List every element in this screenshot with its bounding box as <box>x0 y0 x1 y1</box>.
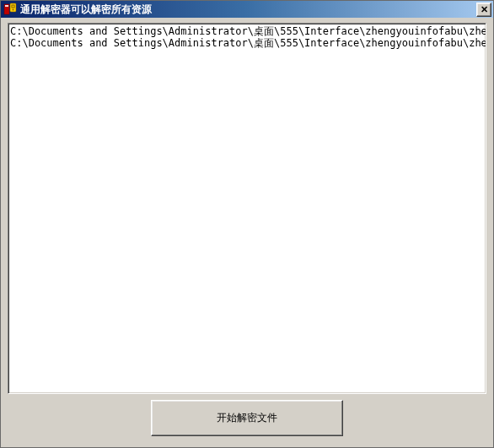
close-icon: ✕ <box>481 5 488 14</box>
start-decrypt-button[interactable]: 开始解密文件 <box>151 400 343 436</box>
app-window: 通用解密器可以解密所有资源 ✕ C:\Documents and Setting… <box>0 0 494 448</box>
svg-point-4 <box>13 9 14 11</box>
window-title: 通用解密器可以解密所有资源 <box>20 3 476 17</box>
titlebar[interactable]: 通用解密器可以解密所有资源 ✕ <box>1 1 493 18</box>
start-decrypt-label: 开始解密文件 <box>217 411 277 425</box>
list-item[interactable]: C:\Documents and Settings\Administrator\… <box>10 25 484 37</box>
svg-rect-1 <box>5 5 8 7</box>
close-button[interactable]: ✕ <box>476 3 491 17</box>
file-list[interactable]: C:\Documents and Settings\Administrator\… <box>8 23 486 394</box>
button-row: 开始解密文件 <box>8 394 486 442</box>
list-item[interactable]: C:\Documents and Settings\Administrator\… <box>10 37 484 49</box>
app-icon <box>3 3 17 16</box>
client-area: C:\Documents and Settings\Administrator\… <box>1 18 493 447</box>
